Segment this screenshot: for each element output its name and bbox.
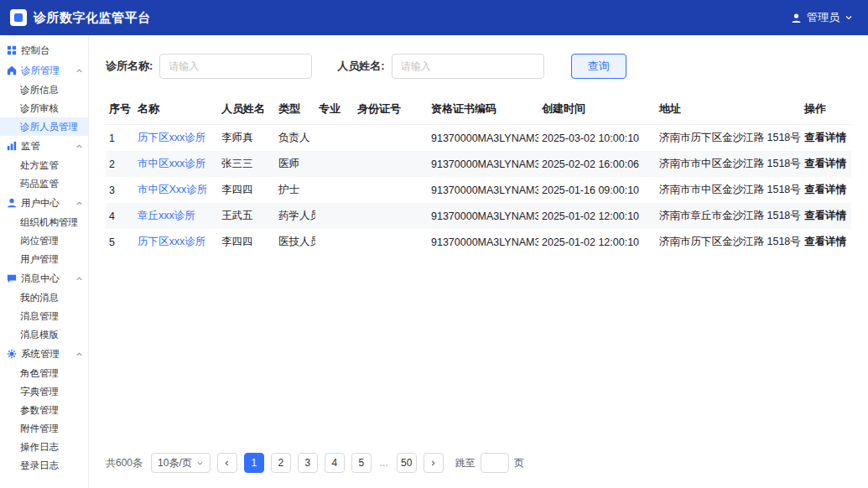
cell-address: 济南市章丘市金沙江路 1518号 (656, 203, 801, 229)
cell-address: 济南市市中区金沙江路 1518号 (656, 151, 801, 177)
cell-type: 医师 (275, 151, 315, 177)
sidebar-item-message-template[interactable]: 消息模版 (0, 325, 88, 344)
cell-address: 济南市历下区金沙江路 1518号 (656, 125, 801, 152)
sidebar-item-operation-log[interactable]: 操作日志 (0, 438, 88, 456)
sidebar-item-user-management[interactable]: 用户管理 (0, 250, 88, 268)
table-row: 4 章丘xxx诊所 王武五 药学人员 91370000MA3LYNAM3W 20… (106, 203, 851, 229)
table-row: 1 历下区xxx诊所 李师真 负责人 91370000MA3LYNAM3W 20… (106, 125, 851, 152)
cell-major (315, 177, 354, 203)
sidebar-item-message-management[interactable]: 消息管理 (0, 307, 88, 325)
cell-index: 3 (106, 177, 134, 203)
clinic-icon (7, 65, 17, 75)
cell-cert-no: 91370000MA3LYNAM3W (428, 229, 538, 255)
cell-id-card (354, 229, 428, 255)
clinic-name-input[interactable] (159, 54, 312, 79)
sidebar-group-clinic-management[interactable]: 诊所管理 (0, 60, 88, 80)
cell-person: 张三三 (218, 151, 275, 177)
column-header-created: 创建时间 (538, 94, 656, 125)
page-button-last[interactable]: 50 (397, 453, 417, 473)
chevron-up-icon (75, 200, 83, 207)
view-detail-link[interactable]: 查看详情 (804, 236, 846, 247)
cell-cert-no: 91370000MA3LYNAM3W (428, 151, 538, 177)
app-window: 诊所数字化监管平台 管理员 控制台 诊所管理 诊所信息 诊所审 (0, 0, 868, 488)
sidebar-item-post-management[interactable]: 岗位管理 (0, 231, 88, 250)
clinic-name-link[interactable]: 市中区xxx诊所 (138, 158, 205, 169)
cell-created: 2025-02-02 16:00:06 (538, 151, 656, 177)
sidebar-item-role-management[interactable]: 角色管理 (0, 364, 88, 382)
message-icon (7, 273, 17, 283)
cell-index: 4 (106, 203, 134, 229)
view-detail-link[interactable]: 查看详情 (804, 210, 846, 221)
cell-type: 负责人 (275, 125, 315, 152)
page-button[interactable]: 2 (271, 453, 291, 473)
table-row: 5 历下区xxx诊所 李四四 医技人员 91370000MA3LYNAM3W 2… (106, 229, 851, 255)
chevron-down-icon (845, 13, 853, 22)
staff-table: 序号 名称 人员姓名 类型 专业 身份证号 资格证书编码 创建时间 地址 操作 (106, 94, 851, 255)
column-header-index: 序号 (106, 94, 134, 125)
column-header-id-card: 身份证号 (354, 94, 428, 125)
sidebar-group-supervision[interactable]: 监管 (0, 136, 88, 156)
cell-created: 2025-01-02 12:00:10 (538, 203, 656, 229)
page-button[interactable]: 4 (325, 453, 345, 473)
jump-label: 跳至 (455, 456, 476, 470)
sidebar-item-my-messages[interactable]: 我的消息 (0, 288, 88, 307)
sidebar-item-drug-supervision[interactable]: 药品监管 (0, 174, 88, 193)
cell-type: 医技人员 (275, 229, 315, 255)
view-detail-link[interactable]: 查看详情 (804, 184, 846, 195)
chevron-up-icon (75, 67, 83, 75)
clinic-name-link[interactable]: 市中区Xxx诊所 (138, 184, 207, 195)
clinic-name-label: 诊所名称: (106, 59, 153, 74)
sidebar-group-user-center[interactable]: 用户中心 (0, 193, 88, 213)
sidebar-item-prescription-supervision[interactable]: 处方监管 (0, 156, 88, 174)
sidebar-group-system-management[interactable]: 系统管理 (0, 344, 88, 364)
prev-page-button[interactable] (217, 453, 237, 473)
user-icon (791, 13, 802, 23)
cell-index: 5 (106, 229, 134, 255)
view-detail-link[interactable]: 查看详情 (804, 158, 846, 169)
gear-icon (7, 349, 17, 359)
dashboard-icon (7, 45, 17, 55)
sidebar-item-login-log[interactable]: 登录日志 (0, 456, 88, 475)
sidebar-item-org-management[interactable]: 组织机构管理 (0, 213, 88, 231)
column-header-address: 地址 (656, 94, 801, 125)
sidebar-group-message-center[interactable]: 消息中心 (0, 268, 88, 288)
column-header-type: 类型 (275, 94, 315, 125)
page-button[interactable]: 5 (351, 453, 372, 473)
clinic-name-link[interactable]: 章丘xxx诊所 (138, 210, 195, 221)
cell-type: 药学人员 (275, 203, 315, 229)
sidebar-item-clinic-info[interactable]: 诊所信息 (0, 80, 88, 99)
cell-major (315, 125, 354, 152)
sidebar-item-attachment-management[interactable]: 附件管理 (0, 419, 88, 438)
page-size-select[interactable]: 10条/页 (151, 453, 211, 473)
page-button[interactable]: 1 (244, 453, 264, 473)
chevron-up-icon (75, 350, 83, 358)
chevron-up-icon (75, 143, 83, 150)
sidebar-item-clinic-staff-management[interactable]: 诊所人员管理 (0, 117, 88, 136)
person-icon (7, 198, 17, 208)
main-content: 诊所名称: 人员姓名: 查询 序号 名称 人员姓名 类型 专业 (89, 35, 868, 488)
table-row: 2 市中区xxx诊所 张三三 医师 91370000MA3LYNAM3W 202… (106, 151, 851, 177)
cell-created: 2025-01-02 12:00:10 (538, 229, 656, 255)
page-unit-label: 页 (514, 456, 524, 470)
cell-id-card (354, 203, 428, 229)
clinic-name-link[interactable]: 历下区xxx诊所 (138, 132, 205, 143)
person-name-input[interactable] (392, 54, 544, 79)
sidebar-item-clinic-audit[interactable]: 诊所审核 (0, 99, 88, 117)
jump-page-input[interactable] (481, 453, 509, 473)
page-button[interactable]: 3 (298, 453, 318, 473)
next-page-button[interactable] (424, 453, 444, 473)
view-detail-link[interactable]: 查看详情 (804, 132, 846, 143)
query-button[interactable]: 查询 (571, 54, 626, 79)
cell-major (315, 203, 354, 229)
column-header-person: 人员姓名 (218, 94, 275, 125)
clinic-name-link[interactable]: 历下区xxx诊所 (138, 236, 205, 247)
cell-type: 护士 (275, 177, 315, 203)
sidebar-item-dict-management[interactable]: 字典管理 (0, 382, 88, 401)
user-menu[interactable]: 管理员 (791, 10, 853, 25)
sidebar-item-console[interactable]: 控制台 (0, 40, 88, 60)
sidebar-nav: 控制台 诊所管理 诊所信息 诊所审核 诊所人员管理 监管 处方监管 药品监管 用… (0, 35, 89, 488)
sidebar-item-param-management[interactable]: 参数管理 (0, 401, 88, 419)
cell-person: 李四四 (218, 177, 275, 203)
chart-icon (7, 141, 17, 151)
cell-cert-no: 91370000MA3LYNAM3W (428, 125, 538, 152)
